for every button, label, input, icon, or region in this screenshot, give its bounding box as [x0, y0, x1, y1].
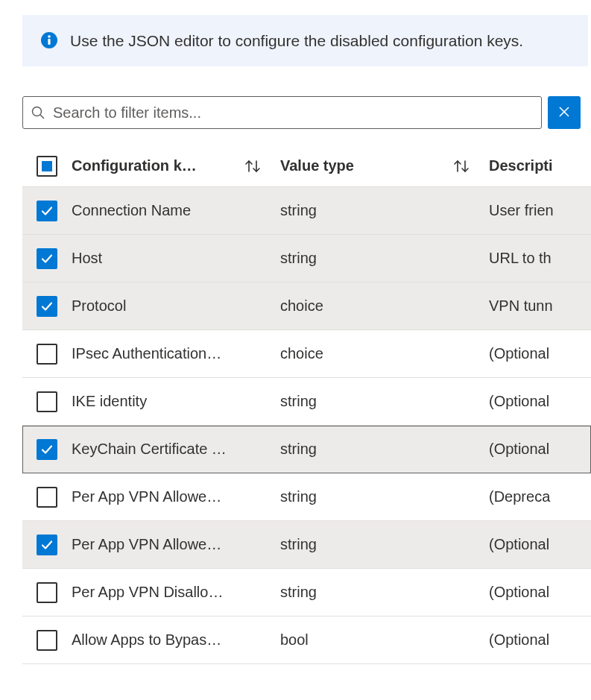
cell-value-type: string	[280, 584, 489, 601]
sort-icon	[452, 158, 471, 174]
cell-description: VPN tunn	[489, 297, 591, 315]
cell-config-key: KeyChain Certificate …	[72, 441, 280, 458]
table-row[interactable]: IPsec Authentication…choice(Optional	[22, 330, 591, 378]
svg-rect-2	[48, 39, 50, 45]
info-banner-text: Use the JSON editor to configure the dis…	[70, 30, 523, 51]
cell-value-type: string	[280, 202, 489, 219]
column-header-desc[interactable]: Descripti	[489, 157, 591, 174]
cell-value-type: bool	[280, 631, 489, 649]
cell-config-key: Host	[72, 250, 280, 267]
table-row[interactable]: KeyChain Certificate …string(Optional	[22, 426, 591, 473]
cell-config-key: Allow Apps to Bypas…	[72, 631, 280, 649]
table-row[interactable]: Allow Apps to Bypas…bool(Optional	[22, 617, 591, 664]
search-icon	[31, 105, 45, 120]
row-checkbox[interactable]	[37, 439, 57, 460]
cell-config-key: Per App VPN Allowe…	[72, 536, 280, 553]
cell-config-key: Per App VPN Allowe…	[72, 488, 280, 505]
cell-value-type: string	[280, 536, 489, 553]
column-header-desc-label: Descripti	[489, 157, 553, 174]
cell-description: URL to th	[489, 250, 591, 267]
row-checkbox[interactable]	[37, 296, 57, 317]
cell-value-type: string	[280, 488, 489, 505]
table-row[interactable]: ProtocolchoiceVPN tunn	[22, 283, 591, 330]
column-header-key[interactable]: Configuration k…	[72, 157, 280, 174]
config-keys-table: Configuration k… Value type	[22, 145, 591, 664]
row-checkbox[interactable]	[37, 391, 57, 412]
table-row[interactable]: IKE identitystring(Optional	[22, 378, 591, 426]
svg-point-1	[48, 35, 51, 38]
column-header-type[interactable]: Value type	[280, 157, 489, 174]
table-row[interactable]: Per App VPN Allowe…string(Optional	[22, 521, 591, 569]
clear-search-button[interactable]	[548, 96, 581, 129]
cell-value-type: choice	[280, 297, 489, 315]
info-banner: Use the JSON editor to configure the dis…	[22, 15, 588, 66]
cell-config-key: Connection Name	[72, 202, 280, 219]
cell-config-key: IKE identity	[72, 393, 280, 410]
cell-description: (Optional	[489, 441, 591, 458]
cell-description: (Optional	[489, 584, 591, 601]
row-checkbox[interactable]	[37, 201, 57, 221]
select-all-checkbox[interactable]	[37, 156, 57, 177]
cell-value-type: choice	[280, 345, 489, 362]
column-header-key-label: Configuration k…	[72, 157, 240, 174]
column-header-type-label: Value type	[280, 157, 354, 174]
table-row[interactable]: HoststringURL to th	[22, 235, 591, 283]
row-checkbox[interactable]	[37, 535, 57, 555]
row-checkbox[interactable]	[37, 344, 57, 365]
cell-config-key: Protocol	[72, 297, 280, 315]
search-box[interactable]	[22, 96, 542, 129]
table-row[interactable]: Connection NamestringUser frien	[22, 187, 591, 235]
row-checkbox[interactable]	[37, 487, 57, 508]
cell-description: (Optional	[489, 631, 591, 649]
row-checkbox[interactable]	[37, 630, 57, 651]
svg-line-4	[40, 116, 44, 119]
sort-icon	[243, 158, 262, 174]
cell-description: (Optional	[489, 393, 591, 410]
search-input[interactable]	[53, 104, 534, 122]
table-row[interactable]: Per App VPN Disallo…string(Optional	[22, 569, 591, 617]
table-header-row: Configuration k… Value type	[22, 145, 591, 187]
cell-description: (Optional	[489, 345, 591, 362]
table-row[interactable]: Per App VPN Allowe…string(Depreca	[22, 473, 591, 521]
row-checkbox[interactable]	[37, 248, 57, 269]
info-icon	[40, 31, 58, 49]
cell-value-type: string	[280, 441, 489, 458]
svg-point-3	[33, 107, 42, 116]
cell-config-key: Per App VPN Disallo…	[72, 584, 280, 601]
row-checkbox[interactable]	[37, 582, 57, 603]
close-icon	[558, 106, 570, 120]
cell-description: User frien	[489, 202, 591, 219]
search-row	[22, 96, 591, 129]
cell-config-key: IPsec Authentication…	[72, 345, 280, 362]
cell-value-type: string	[280, 393, 489, 410]
cell-value-type: string	[280, 250, 489, 267]
cell-description: (Depreca	[489, 488, 591, 505]
cell-description: (Optional	[489, 536, 591, 553]
